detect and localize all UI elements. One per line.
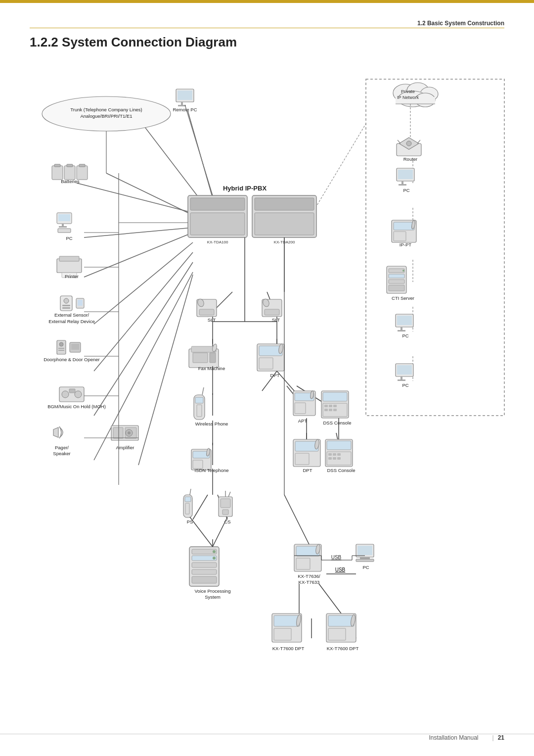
svg-rect-70 [59, 226, 67, 228]
svg-text:PC: PC [403, 188, 409, 193]
svg-rect-0 [366, 79, 504, 416]
svg-rect-225 [399, 184, 406, 186]
svg-text:IP Network: IP Network [397, 95, 419, 100]
svg-point-182 [213, 550, 216, 553]
svg-rect-62 [64, 166, 75, 180]
svg-rect-228 [394, 222, 414, 230]
svg-point-93 [62, 391, 69, 398]
svg-text:PC: PC [362, 565, 369, 570]
svg-text:ISDN Telephone: ISDN Telephone [194, 468, 228, 473]
svg-text:Remote PC: Remote PC [173, 107, 197, 112]
svg-text:System: System [205, 594, 221, 600]
svg-text:DSS Console: DSS Console [327, 468, 355, 473]
svg-text:Doorphone & Door Opener: Doorphone & Door Opener [44, 357, 100, 362]
svg-rect-108 [199, 309, 214, 315]
svg-rect-223 [398, 170, 413, 179]
svg-text:External Relay Device: External Relay Device [48, 319, 94, 324]
svg-rect-143 [333, 409, 337, 411]
svg-rect-112 [265, 309, 279, 315]
svg-text:KX-T7636/: KX-T7636/ [298, 573, 320, 579]
svg-line-168 [190, 489, 191, 495]
svg-rect-79 [62, 305, 70, 306]
svg-rect-156 [327, 441, 351, 450]
svg-rect-122 [259, 358, 273, 369]
svg-rect-71 [58, 229, 71, 233]
svg-text:APT: APT [298, 418, 308, 424]
svg-line-204 [319, 584, 341, 614]
svg-rect-171 [221, 499, 230, 508]
svg-rect-56 [178, 91, 192, 100]
svg-text:KX-T7633: KX-T7633 [299, 579, 320, 585]
svg-rect-233 [389, 269, 404, 273]
svg-line-15 [193, 495, 208, 520]
svg-rect-101 [113, 427, 123, 438]
svg-rect-181 [192, 576, 217, 583]
svg-line-269 [277, 371, 294, 391]
svg-rect-162 [333, 457, 336, 460]
svg-point-94 [75, 391, 82, 398]
svg-rect-206 [274, 615, 300, 626]
svg-rect-194 [360, 557, 370, 559]
svg-rect-132 [295, 403, 306, 414]
svg-point-237 [402, 270, 404, 272]
section-header: 1.2 Basic System Construction [417, 20, 504, 27]
svg-text:Private: Private [401, 89, 415, 94]
svg-text:External Sensor/: External Sensor/ [54, 312, 89, 318]
svg-text:Wireless Phone: Wireless Phone [195, 421, 228, 426]
svg-rect-88 [58, 350, 64, 351]
svg-rect-69 [62, 224, 64, 226]
svg-text:Voice Processing: Voice Processing [195, 588, 231, 594]
svg-rect-229 [394, 232, 406, 241]
svg-rect-140 [333, 405, 337, 407]
svg-rect-74 [59, 256, 79, 261]
svg-rect-68 [58, 214, 70, 221]
svg-text:KX-T7600 DPT: KX-T7600 DPT [272, 646, 305, 651]
footer-page-number: 21 [498, 734, 504, 741]
svg-rect-158 [328, 453, 332, 456]
svg-rect-116 [193, 353, 208, 363]
svg-point-183 [213, 557, 216, 560]
svg-text:Router: Router [403, 156, 418, 162]
svg-rect-160 [337, 453, 341, 456]
svg-line-219 [417, 140, 420, 143]
svg-text:KX-TDA100: KX-TDA100 [207, 240, 228, 244]
svg-rect-246 [400, 377, 402, 379]
svg-rect-142 [329, 409, 332, 411]
svg-text:CTI Server: CTI Server [392, 295, 414, 301]
svg-rect-195 [356, 559, 374, 562]
svg-text:Speaker: Speaker [53, 451, 70, 456]
svg-rect-49 [190, 213, 245, 235]
svg-rect-63 [67, 164, 73, 167]
svg-line-273 [190, 517, 213, 547]
svg-rect-211 [328, 615, 354, 626]
svg-rect-235 [389, 280, 404, 284]
svg-rect-242 [398, 330, 405, 331]
svg-line-9 [94, 272, 193, 460]
svg-text:Fax Machine: Fax Machine [198, 366, 225, 371]
section-divider [30, 28, 504, 28]
svg-rect-247 [398, 379, 405, 381]
svg-rect-82 [78, 300, 83, 306]
svg-text:Trunk (Telephone Company Lines: Trunk (Telephone Company Lines) [70, 107, 142, 112]
svg-line-128 [202, 387, 204, 395]
svg-text:USB: USB [331, 555, 342, 560]
svg-rect-167 [185, 503, 189, 514]
svg-rect-127 [197, 405, 202, 417]
svg-rect-64 [77, 166, 88, 180]
svg-text:PC: PC [402, 382, 408, 388]
svg-rect-159 [333, 453, 336, 456]
svg-text:Printer: Printer [65, 274, 79, 279]
svg-line-5 [84, 233, 193, 277]
svg-text:DPT: DPT [303, 468, 312, 473]
svg-rect-48 [190, 198, 245, 210]
svg-rect-241 [400, 327, 402, 330]
svg-point-217 [406, 141, 411, 146]
svg-point-86 [59, 342, 63, 346]
svg-text:USB: USB [335, 567, 346, 572]
svg-line-274 [213, 517, 227, 547]
svg-rect-163 [337, 457, 341, 460]
svg-rect-161 [328, 457, 332, 460]
svg-text:Batteries: Batteries [61, 179, 80, 184]
page-footer: Installation Manual | 21 [0, 734, 534, 741]
svg-rect-141 [324, 409, 328, 411]
